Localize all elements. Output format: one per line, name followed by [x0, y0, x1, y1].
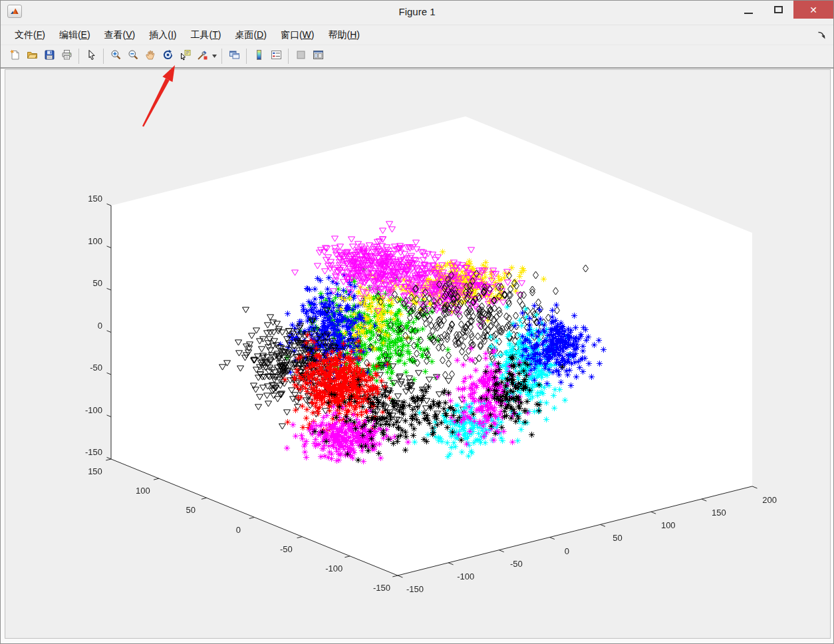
print-figure-button[interactable] [58, 48, 75, 65]
menu-item-window[interactable]: 窗口(W) [275, 27, 321, 44]
save-figure-icon [44, 49, 55, 63]
toolbar-separator [288, 49, 289, 64]
insert-colorbar-icon [253, 49, 265, 63]
link-plot-icon [229, 49, 240, 63]
edit-plot-pointer-icon [86, 49, 97, 63]
window-controls: ✕ [734, 1, 833, 19]
brush-button[interactable] [194, 48, 211, 65]
menu-bar: 文件(F)编辑(E)查看(V)插入(I)工具(T)桌面(D)窗口(W)帮助(H) [1, 25, 833, 45]
zoom-out-icon [128, 49, 139, 63]
insert-legend-icon [271, 49, 282, 63]
menu-item-edit[interactable]: 编辑(E) [53, 27, 96, 44]
plot-3d-canvas[interactable] [5, 70, 830, 638]
insert-colorbar-button[interactable] [250, 48, 267, 65]
pan-icon [145, 49, 156, 63]
maximize-icon [774, 6, 783, 13]
minimize-button[interactable] [734, 1, 764, 19]
menu-item-help[interactable]: 帮助(H) [322, 27, 365, 44]
zoom-in-icon [110, 49, 122, 63]
open-file-icon [27, 49, 38, 63]
open-file-button[interactable] [23, 48, 41, 65]
show-plot-tools-icon [313, 49, 324, 63]
toolbar-separator [221, 49, 222, 64]
maximize-button[interactable] [764, 1, 793, 19]
rotate-3d-button[interactable] [159, 48, 176, 65]
dock-figure-arrow-icon[interactable] [816, 30, 827, 41]
menu-item-desktop[interactable]: 桌面(D) [229, 27, 272, 44]
title-bar: Figure 1 ✕ [1, 1, 833, 25]
minimize-icon [744, 13, 753, 14]
toolbar [1, 45, 833, 68]
edit-plot-pointer-button[interactable] [82, 48, 100, 65]
data-cursor-icon [180, 49, 191, 63]
new-figure-icon [9, 49, 21, 63]
window-title: Figure 1 [1, 1, 833, 25]
menu-item-view[interactable]: 查看(V) [98, 27, 142, 44]
toolbar-separator [103, 49, 104, 64]
figure-frame: -150-100-50050100150200-150-100-50050100… [1, 68, 833, 643]
zoom-out-button[interactable] [124, 48, 142, 65]
menu-item-file[interactable]: 文件(F) [9, 27, 51, 44]
figure-canvas-area: -150-100-50050100150200-150-100-50050100… [5, 69, 831, 639]
menu-item-tools[interactable]: 工具(T) [185, 27, 227, 44]
new-figure-button[interactable] [6, 48, 23, 65]
menu-item-insert[interactable]: 插入(I) [143, 27, 182, 44]
rotate-3d-icon [162, 49, 174, 63]
toolbar-separator [78, 49, 79, 64]
link-plot-button[interactable] [225, 48, 243, 65]
data-cursor-button[interactable] [176, 48, 194, 65]
pan-button[interactable] [142, 48, 159, 65]
close-icon: ✕ [809, 5, 817, 15]
insert-legend-button[interactable] [267, 48, 285, 65]
save-figure-button[interactable] [41, 48, 58, 65]
hide-plot-tools-icon [295, 49, 307, 63]
zoom-in-button[interactable] [107, 48, 124, 65]
toolbar-separator [246, 49, 247, 64]
brush-dropdown-caret[interactable] [211, 48, 218, 65]
figure-window: Figure 1 ✕ 文件(F)编辑(E)查看(V)插入(I)工具(T)桌面(D… [0, 0, 834, 644]
show-plot-tools-button[interactable] [309, 48, 327, 65]
close-button[interactable]: ✕ [793, 1, 833, 19]
hide-plot-tools-button[interactable] [292, 48, 309, 65]
brush-icon [197, 49, 208, 63]
print-figure-icon [61, 49, 72, 63]
